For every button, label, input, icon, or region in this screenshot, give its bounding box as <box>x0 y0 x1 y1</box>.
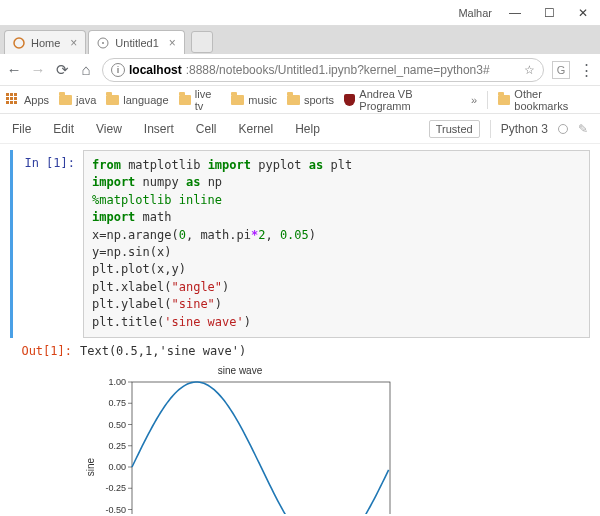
close-icon[interactable]: × <box>169 36 176 50</box>
separator <box>490 120 491 138</box>
notebook-menubar: File Edit View Insert Cell Kernel Help T… <box>0 114 600 144</box>
address-host: localhost <box>129 63 182 77</box>
edit-pencil-icon[interactable]: ✎ <box>578 122 588 136</box>
svg-text:0.00: 0.00 <box>108 462 126 472</box>
svg-text:1.00: 1.00 <box>108 377 126 387</box>
svg-text:-0.50: -0.50 <box>105 504 126 514</box>
svg-rect-4 <box>132 382 390 514</box>
sine-chart: sine wave-1.00-0.75-0.50-0.250.000.250.5… <box>80 364 400 514</box>
address-bar[interactable]: i localhost:8888/notebooks/Untitled1.ipy… <box>102 58 544 82</box>
jupyter-favicon-icon <box>97 37 109 49</box>
svg-text:0.50: 0.50 <box>108 419 126 429</box>
tab-label: Untitled1 <box>115 37 158 49</box>
output-prompt: Out[1]: <box>10 344 80 358</box>
svg-text:0.75: 0.75 <box>108 398 126 408</box>
folder-icon <box>287 95 300 105</box>
maximize-button[interactable]: ☐ <box>532 2 566 24</box>
folder-icon <box>179 95 191 105</box>
code-input[interactable]: from matplotlib import pyplot as plt imp… <box>83 150 590 338</box>
other-bookmarks[interactable]: Other bookmarks <box>498 88 594 112</box>
bookmark-folder-java[interactable]: java <box>59 94 96 106</box>
input-prompt: In [1]: <box>13 150 83 338</box>
close-window-button[interactable]: ✕ <box>566 2 600 24</box>
menu-kernel[interactable]: Kernel <box>239 122 274 136</box>
bookmarks-bar: Apps java language live tv music sports … <box>0 86 600 114</box>
bookmark-folder-language[interactable]: language <box>106 94 168 106</box>
browser-toolbar: ← → ⟳ ⌂ i localhost:8888/notebooks/Untit… <box>0 54 600 86</box>
browser-tab-home[interactable]: Home × <box>4 30 86 54</box>
back-button[interactable]: ← <box>6 62 22 78</box>
output-text: Text(0.5,1,'sine wave') <box>80 344 246 358</box>
svg-text:0.25: 0.25 <box>108 441 126 451</box>
window-user: Malhar <box>458 7 498 19</box>
forward-button[interactable]: → <box>30 62 46 78</box>
reload-button[interactable]: ⟳ <box>54 62 70 78</box>
close-icon[interactable]: × <box>70 36 77 50</box>
browser-tab-notebook[interactable]: Untitled1 × <box>88 30 184 54</box>
menu-view[interactable]: View <box>96 122 122 136</box>
svg-text:sine wave: sine wave <box>218 365 263 376</box>
home-button[interactable]: ⌂ <box>78 62 94 78</box>
browser-tabstrip: Home × Untitled1 × <box>0 26 600 54</box>
menu-insert[interactable]: Insert <box>144 122 174 136</box>
kernel-name[interactable]: Python 3 <box>501 122 548 136</box>
search-engine-icon[interactable]: G <box>552 61 570 79</box>
bookmark-star-icon[interactable]: ☆ <box>524 63 535 77</box>
browser-menu-icon[interactable]: ⋮ <box>578 62 594 78</box>
address-path: :8888/notebooks/Untitled1.ipynb?kernel_n… <box>186 63 490 77</box>
apps-label: Apps <box>24 94 49 106</box>
new-tab-button[interactable] <box>191 31 213 53</box>
tab-label: Home <box>31 37 60 49</box>
svg-text:sine: sine <box>85 457 96 476</box>
home-favicon-icon <box>13 37 25 49</box>
svg-point-2 <box>102 42 104 44</box>
apps-grid-icon <box>6 93 20 107</box>
menu-cell[interactable]: Cell <box>196 122 217 136</box>
menu-edit[interactable]: Edit <box>53 122 74 136</box>
notebook-area: In [1]: from matplotlib import pyplot as… <box>0 144 600 514</box>
folder-icon <box>106 95 119 105</box>
code-cell[interactable]: In [1]: from matplotlib import pyplot as… <box>10 150 590 338</box>
svg-point-0 <box>14 38 24 48</box>
folder-icon <box>231 95 244 105</box>
window-titlebar: Malhar — ☐ ✕ <box>0 0 600 26</box>
plot-output: sine wave-1.00-0.75-0.50-0.250.000.250.5… <box>80 364 590 514</box>
folder-icon <box>59 95 72 105</box>
menu-help[interactable]: Help <box>295 122 320 136</box>
folder-icon <box>498 95 510 105</box>
output-row: Out[1]: Text(0.5,1,'sine wave') <box>10 344 590 358</box>
menu-file[interactable]: File <box>12 122 31 136</box>
minimize-button[interactable]: — <box>498 2 532 24</box>
bookmark-folder-music[interactable]: music <box>231 94 277 106</box>
bookmark-andrea[interactable]: Andrea VB Programm <box>344 88 461 112</box>
bookmark-folder-livetv[interactable]: live tv <box>179 88 222 112</box>
kernel-idle-icon <box>558 124 568 134</box>
bookmark-folder-sports[interactable]: sports <box>287 94 334 106</box>
overflow-chevron-icon[interactable]: » <box>471 94 477 106</box>
apps-button[interactable]: Apps <box>6 93 49 107</box>
trusted-badge[interactable]: Trusted <box>429 120 480 138</box>
shield-icon <box>344 94 355 106</box>
site-info-icon[interactable]: i <box>111 63 125 77</box>
svg-text:-0.25: -0.25 <box>105 483 126 493</box>
separator <box>487 91 488 109</box>
